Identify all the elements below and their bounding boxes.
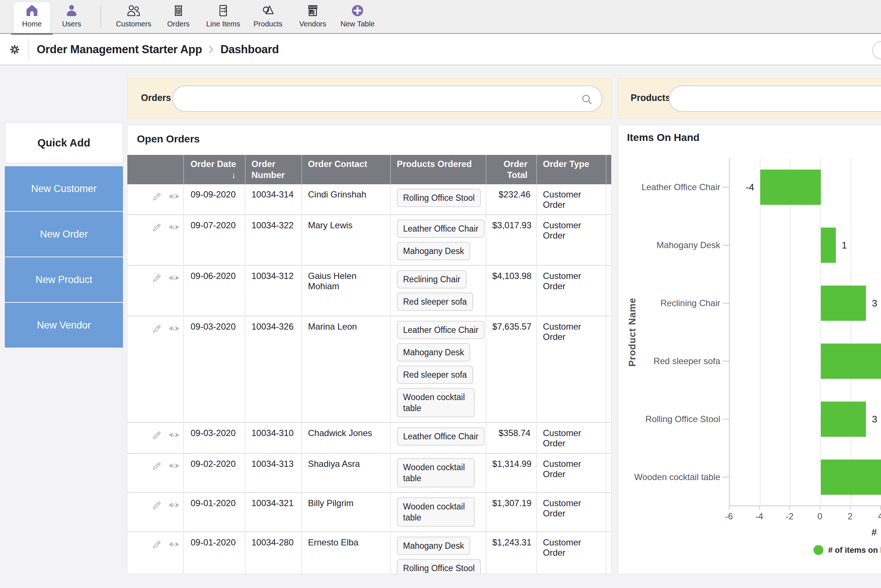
- table-row[interactable]: 09-06-202010034-312Gaius Helen MohiamRec…: [128, 266, 611, 316]
- products-ordered-cell: Reclining ChairRed sleeper sofa: [390, 266, 486, 316]
- column-header[interactable]: Order Type: [537, 155, 606, 184]
- edit-icon[interactable]: [151, 272, 164, 284]
- edit-icon[interactable]: [151, 538, 164, 550]
- column-header[interactable]: Order Number: [245, 155, 302, 184]
- customers-icon: [126, 2, 141, 19]
- nav-item-line-items[interactable]: Line Items: [201, 2, 246, 33]
- nav-item-users[interactable]: Users: [53, 2, 90, 33]
- app-root: HomeUsers Customers $ Orders Line Items …: [0, 0, 881, 588]
- edit-icon[interactable]: [151, 221, 164, 234]
- new-customer-button[interactable]: New Customer: [5, 166, 123, 211]
- orders-search-label: Orders: [141, 93, 171, 103]
- x-tick-mark: [789, 506, 790, 510]
- nav-item-new-table[interactable]: New Table: [335, 2, 380, 33]
- view-icon[interactable]: [168, 538, 180, 550]
- product-chip: Wooden cocktail table: [397, 388, 475, 417]
- nav-item-orders[interactable]: $ Orders: [156, 2, 201, 33]
- order-contact-cell: Shadiya Asra: [302, 453, 390, 493]
- table-row[interactable]: 09-03-202010034-310Chadwick JonesLeather…: [128, 423, 611, 453]
- nav-item-vendors[interactable]: Vendors: [290, 2, 335, 33]
- products-ordered-cell: Wooden cocktail table: [390, 493, 486, 532]
- order-date-cell: 09-03-2020: [183, 316, 245, 423]
- nav-item-label: Products: [254, 20, 283, 28]
- app-title: Order Management Starter App: [37, 43, 202, 56]
- edit-icon[interactable]: [151, 499, 164, 511]
- order-total-cell: $4,103.98: [486, 266, 537, 316]
- products-icon: [260, 2, 276, 19]
- products-ordered-cell: Leather Office ChairMahogany Desk: [390, 215, 486, 266]
- spacer-cell: [606, 423, 611, 453]
- product-chip: Leather Office Chair: [397, 427, 485, 446]
- products-ordered-cell: Rolling Office Stool: [390, 184, 486, 215]
- new-product-button[interactable]: New Product: [5, 257, 123, 302]
- column-header[interactable]: Order Date ↓: [183, 155, 245, 184]
- items-on-hand-panel: Items On Hand Product Name Leather Offic…: [618, 125, 881, 574]
- products-search-input[interactable]: [669, 86, 881, 112]
- edge-circle-button[interactable]: [872, 41, 881, 60]
- edit-icon[interactable]: [151, 322, 164, 335]
- gear-icon[interactable]: [8, 43, 21, 56]
- chart-title: Items On Hand: [627, 132, 699, 144]
- nav-item-label: New Table: [340, 20, 374, 28]
- bar-red-sleeper-sofa: [821, 344, 881, 379]
- product-chip: Rolling Office Stool: [397, 189, 481, 207]
- table-row[interactable]: 09-07-202010034-322Mary LewisLeather Off…: [128, 215, 611, 266]
- bar-rolling-office-stool: [821, 402, 866, 437]
- column-header[interactable]: Order Total: [486, 155, 537, 184]
- y-category-label: Reclining Chair: [618, 274, 720, 332]
- table-row[interactable]: 09-03-202010034-326Marina LeonLeather Of…: [128, 316, 611, 423]
- quick-add-card: Quick Add: [5, 123, 123, 163]
- product-chip: Leather Office Chair: [397, 321, 485, 339]
- view-icon[interactable]: [168, 272, 180, 284]
- nav-item-products[interactable]: Products: [246, 2, 290, 33]
- spacer-cell: [606, 184, 611, 215]
- spacer-cell: [606, 453, 611, 493]
- view-icon[interactable]: [168, 221, 180, 234]
- edit-icon[interactable]: [151, 459, 164, 472]
- nav-item-label: Vendors: [299, 20, 326, 28]
- view-icon[interactable]: [168, 190, 180, 202]
- new-order-button[interactable]: New Order: [5, 212, 123, 256]
- column-header[interactable]: Products Ordered: [390, 155, 486, 184]
- users-icon: [64, 2, 79, 19]
- table-row[interactable]: 09-02-202010034-313Shadiya AsraWooden co…: [128, 453, 611, 493]
- order-number-cell: 10034-310: [245, 423, 302, 453]
- y-category-label: Mahogany Desk: [618, 216, 720, 274]
- gridline: [821, 158, 821, 506]
- view-icon[interactable]: [168, 322, 180, 335]
- breadcrumb-bar: Order Management Starter App Dashboard: [0, 34, 881, 65]
- svg-text:$: $: [177, 9, 180, 13]
- view-icon[interactable]: [168, 499, 180, 511]
- order-type-cell: Customer Order: [537, 532, 606, 574]
- view-icon[interactable]: [168, 429, 180, 441]
- chart-legend: # of items on hand: [813, 545, 881, 555]
- legend-dot-icon: [813, 545, 823, 555]
- gridline: [790, 158, 791, 506]
- gridline: [760, 158, 761, 506]
- view-icon[interactable]: [168, 459, 180, 472]
- nav-item-home[interactable]: Home: [14, 2, 50, 33]
- chart-category-labels: Leather Office ChairMahogany DeskReclini…: [618, 158, 720, 506]
- spacer-cell: [606, 532, 611, 574]
- orders-search-input[interactable]: [172, 86, 602, 112]
- y-tick-mark: [722, 187, 729, 188]
- y-tick-mark: [722, 477, 729, 477]
- new-vendor-button[interactable]: New Vendor: [5, 303, 123, 348]
- edit-icon[interactable]: [151, 429, 164, 441]
- column-header: [128, 155, 183, 184]
- product-chip: Mahogany Desk: [397, 242, 470, 260]
- table-row[interactable]: 09-01-202010034-280Ernesto ElbaMahogany …: [128, 532, 611, 574]
- open-orders-title: Open Orders: [137, 133, 200, 145]
- nav-item-customers[interactable]: Customers: [111, 2, 156, 33]
- orders-icon: $: [171, 2, 186, 19]
- order-type-cell: Customer Order: [537, 453, 606, 493]
- order-number-cell: 10034-321: [245, 493, 302, 532]
- column-header[interactable]: Order Contact: [302, 155, 390, 184]
- order-number-cell: 10034-314: [245, 184, 302, 215]
- edit-icon[interactable]: [151, 190, 164, 202]
- product-chip: Red sleeper sofa: [397, 292, 473, 311]
- products-search-section: Products: [618, 78, 881, 118]
- table-row[interactable]: 09-01-202010034-321Billy PilgrimWooden c…: [128, 493, 611, 532]
- search-icon: [580, 93, 594, 106]
- table-row[interactable]: 09-09-202010034-314Cindi GrinshahRolling…: [128, 184, 611, 215]
